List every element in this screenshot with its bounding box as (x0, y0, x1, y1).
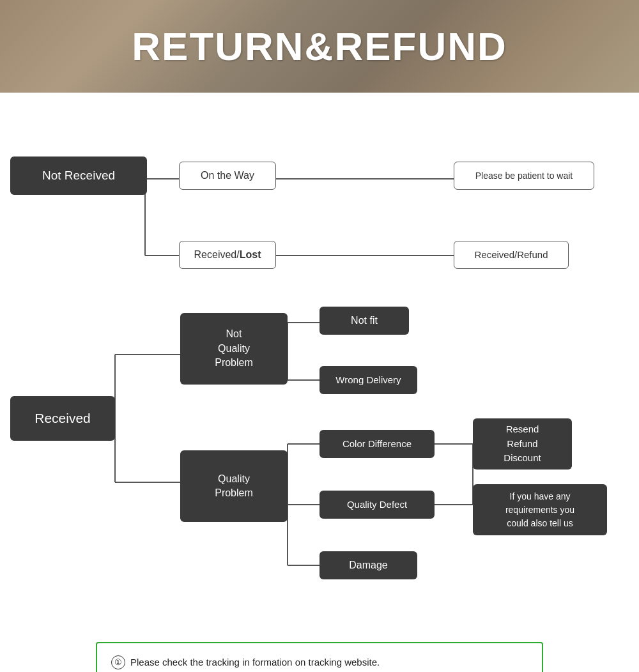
received-lost-text: Received/Lost (194, 248, 261, 262)
on-the-way-node: On the Way (179, 162, 276, 190)
main-content: Not Received On the Way Received/Lost Pl… (0, 93, 639, 672)
please-patient-node: Please be patient to wait (454, 162, 594, 190)
note-circle-1: ① (111, 655, 125, 669)
header: RETURN&REFUND (0, 0, 639, 93)
quality-problem-node: Quality Problem (180, 450, 288, 522)
requirements-node: If you have any requirements you could a… (473, 484, 607, 535)
wrong-delivery-node: Wrong Delivery (320, 366, 417, 394)
received-refund-node: Received/Refund (454, 241, 569, 269)
received-node: Received (10, 396, 115, 441)
notes-box: ① Please check the tracking in formation… (96, 642, 543, 672)
color-difference-node: Color Difference (320, 430, 435, 458)
note-text-1: Please check the tracking in formation o… (130, 655, 528, 670)
resend-refund-discount-node: Resend Refund Discount (473, 418, 572, 470)
not-quality-problem-node: Not Quality Problem (180, 313, 288, 385)
flowchart: Not Received On the Way Received/Lost Pl… (6, 105, 633, 629)
damage-node: Damage (320, 551, 417, 579)
not-fit-node: Not fit (320, 307, 409, 335)
note-item-1: ① Please check the tracking in formation… (111, 655, 528, 670)
page-title: RETURN&REFUND (132, 24, 507, 69)
received-lost-node: Received/Lost (179, 241, 276, 269)
not-received-node: Not Received (10, 157, 147, 195)
quality-defect-node: Quality Defect (320, 491, 435, 519)
